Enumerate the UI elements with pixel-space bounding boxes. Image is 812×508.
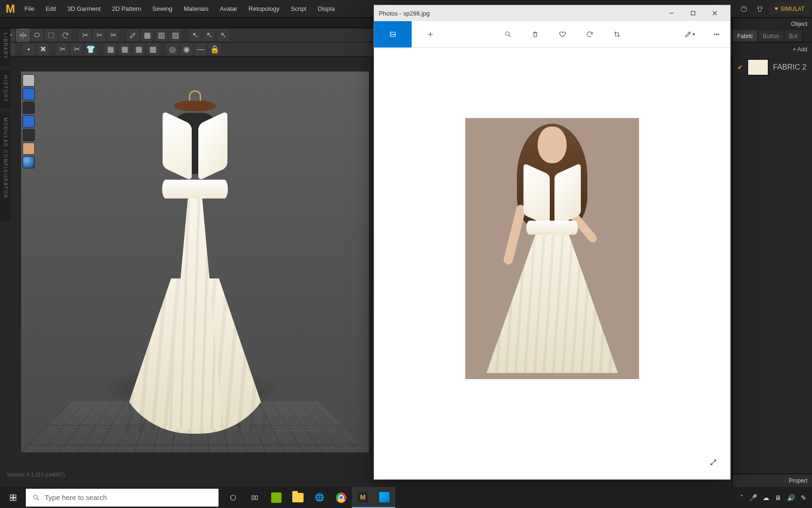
- tool-sew-c[interactable]: ✂: [107, 29, 119, 41]
- shade-env[interactable]: [23, 156, 35, 168]
- tool-mesh-a[interactable]: ▦: [104, 43, 117, 56]
- fullscreen-icon[interactable]: [710, 459, 720, 469]
- help-icon[interactable]: [737, 2, 750, 16]
- tray-monitor-icon[interactable]: 🖥: [775, 494, 781, 501]
- tool-edit-c[interactable]: ▨: [169, 29, 181, 41]
- tool-cursor-b[interactable]: ↖: [203, 29, 215, 41]
- edit-icon[interactable]: ▾: [676, 21, 703, 48]
- add-fabric-button[interactable]: + Add: [733, 42, 812, 56]
- tool-line[interactable]: —: [195, 43, 207, 56]
- minimize-button[interactable]: [661, 5, 682, 21]
- tool-sew-b[interactable]: ✂: [93, 29, 105, 41]
- side-tab-history[interactable]: HISTORY: [0, 71, 10, 108]
- tool-edit-b[interactable]: ▧: [155, 29, 167, 41]
- tool-rotate[interactable]: [59, 29, 71, 41]
- tool-lock[interactable]: 🔒: [209, 43, 221, 56]
- photo-canvas[interactable]: [374, 48, 730, 479]
- side-tab-modular[interactable]: MODULAR CONFIGURATOR: [0, 113, 10, 221]
- tool-knife-a[interactable]: ✂: [56, 43, 69, 56]
- tool-lasso[interactable]: [31, 29, 43, 41]
- menu-3d-garment[interactable]: 3D Garment: [62, 0, 106, 18]
- tool-mesh-c[interactable]: ▦: [133, 43, 145, 56]
- photos-titlebar[interactable]: Photos - sp298.jpg: [374, 5, 730, 21]
- svg-rect-1: [49, 32, 54, 38]
- photos-window: Photos - sp298.jpg ▾: [374, 5, 731, 480]
- taskbar-app-explorer[interactable]: [287, 487, 309, 508]
- tab-button[interactable]: Button: [758, 30, 784, 42]
- taskbar-app-photos[interactable]: [374, 487, 395, 508]
- tray-onedrive-icon[interactable]: ☁: [763, 494, 769, 501]
- delete-icon[interactable]: [522, 21, 549, 48]
- tool-cursor-c[interactable]: ↖: [217, 29, 229, 41]
- tool-cursor-a[interactable]: ↖: [189, 29, 201, 41]
- fabric-list-item[interactable]: ✔ FABRIC 2: [733, 56, 812, 78]
- tool-button[interactable]: ◉: [180, 43, 193, 56]
- tab-fabric[interactable]: Fabric: [733, 30, 758, 42]
- maximize-button[interactable]: [682, 5, 704, 21]
- taskbar-search[interactable]: Type here to search: [26, 489, 219, 507]
- tool-garment[interactable]: 👕: [85, 43, 97, 56]
- tool-target[interactable]: ◎: [166, 43, 179, 56]
- tab-buttonhole[interactable]: But: [784, 30, 803, 42]
- tool-sew-a[interactable]: ✂: [79, 29, 91, 41]
- tool-mesh-b[interactable]: ▦: [118, 43, 131, 56]
- close-button[interactable]: [704, 5, 726, 21]
- menu-2d-pattern[interactable]: 2D Pattern: [106, 0, 147, 18]
- svg-rect-11: [13, 498, 16, 500]
- tool-point-b[interactable]: ✖: [37, 43, 49, 56]
- add-to-album-button[interactable]: [412, 21, 449, 48]
- tray-volume-icon[interactable]: 🔊: [787, 494, 795, 501]
- 3d-viewport[interactable]: [21, 71, 369, 452]
- side-tab-library[interactable]: LIBRARY: [0, 28, 10, 66]
- tool-pen[interactable]: [127, 29, 139, 41]
- tool-move[interactable]: [17, 29, 29, 41]
- model-head: [538, 127, 567, 163]
- menu-file[interactable]: File: [19, 0, 40, 18]
- tool-edit-a[interactable]: ▦: [141, 29, 153, 41]
- menu-edit[interactable]: Edit: [40, 0, 62, 18]
- tool-point-a[interactable]: •: [23, 43, 35, 56]
- photos-title-text: Photos - sp298.jpg: [379, 10, 429, 17]
- tray-mic-icon[interactable]: 🎤: [749, 494, 757, 501]
- system-tray[interactable]: ˄ 🎤 ☁ 🖥 🔊 ✎: [734, 494, 812, 501]
- menu-retopology[interactable]: Retopology: [243, 0, 285, 18]
- favorite-icon[interactable]: [549, 21, 576, 48]
- shade-skin[interactable]: [23, 143, 35, 155]
- gallery-view-button[interactable]: [374, 21, 412, 48]
- shade-mesh[interactable]: [23, 88, 35, 100]
- simulate-button[interactable]: SIMULAT: [769, 3, 810, 15]
- taskbar-app-chrome[interactable]: [330, 487, 352, 508]
- shade-textured[interactable]: [23, 74, 35, 87]
- menu-script[interactable]: Script: [285, 0, 312, 18]
- rotate-icon[interactable]: [576, 21, 603, 48]
- zoom-icon[interactable]: [494, 21, 522, 48]
- menu-display[interactable]: Displa: [312, 0, 340, 18]
- more-icon[interactable]: [703, 21, 730, 48]
- menu-avatar[interactable]: Avatar: [214, 0, 243, 18]
- taskbar-app-misc[interactable]: 🌐: [309, 487, 330, 508]
- tshirt-icon[interactable]: [753, 2, 766, 16]
- tool-mesh-d[interactable]: ▩: [147, 43, 159, 56]
- property-panel-header[interactable]: Propert: [733, 474, 812, 487]
- taskbar-app-marvelous[interactable]: M: [352, 487, 374, 508]
- 3d-dress-model[interactable]: [110, 90, 280, 429]
- svg-rect-14: [252, 496, 254, 500]
- search-placeholder: Type here to search: [45, 493, 107, 501]
- taskview-icon[interactable]: [244, 487, 265, 508]
- shade-thick[interactable]: [23, 129, 35, 141]
- version-label: Version: 5.1.311 (r44087): [7, 472, 65, 477]
- crop-icon[interactable]: [603, 21, 631, 48]
- shade-surface[interactable]: [23, 115, 35, 127]
- panel-title: Object: [733, 18, 812, 27]
- tool-rect-select[interactable]: [45, 29, 57, 41]
- taskbar-app-nvidia[interactable]: [265, 487, 287, 508]
- menu-materials[interactable]: Materials: [178, 0, 214, 18]
- tray-chevron-icon[interactable]: ˄: [740, 494, 743, 501]
- tool-knife-b[interactable]: ✂: [70, 43, 83, 56]
- tray-pen-icon[interactable]: ✎: [801, 494, 806, 501]
- menu-sewing[interactable]: Sewing: [147, 0, 178, 18]
- cortana-icon[interactable]: [222, 487, 244, 508]
- object-tabs: Fabric Button But: [733, 30, 812, 42]
- start-button[interactable]: [0, 487, 26, 508]
- shade-avatar[interactable]: [23, 102, 35, 114]
